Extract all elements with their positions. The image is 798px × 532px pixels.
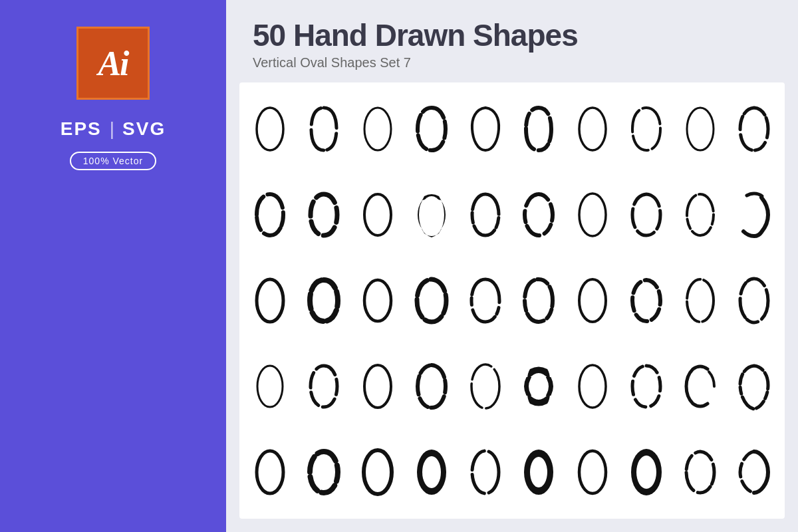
svg-point-17 — [364, 450, 392, 494]
list-item — [354, 89, 402, 170]
svg-point-5 — [420, 196, 444, 233]
list-item — [515, 260, 563, 340]
svg-point-23 — [579, 451, 606, 493]
divider: | — [110, 118, 114, 140]
list-item — [730, 174, 778, 255]
list-item — [622, 432, 671, 512]
list-item — [569, 346, 617, 426]
svg-point-22 — [530, 457, 547, 487]
svg-point-2 — [579, 108, 606, 150]
list-item — [246, 432, 295, 512]
svg-point-6 — [579, 194, 606, 236]
list-item — [676, 260, 724, 340]
list-item — [354, 174, 402, 255]
svg-point-13 — [364, 365, 391, 408]
content-area: 50 Hand Drawn Shapes Vertical Oval Shape… — [226, 0, 798, 532]
svg-point-25 — [636, 456, 656, 489]
list-item — [407, 174, 456, 255]
svg-point-8 — [364, 280, 391, 321]
list-item — [622, 174, 671, 255]
svg-point-15 — [579, 365, 606, 408]
list-item — [569, 89, 617, 170]
list-item — [300, 89, 348, 170]
list-item — [461, 89, 509, 170]
list-item — [300, 346, 348, 426]
list-item — [354, 346, 402, 426]
list-item — [354, 432, 402, 512]
shapes-grid — [246, 89, 778, 512]
svg-point-12 — [257, 366, 283, 407]
svg-point-11 — [740, 279, 768, 323]
list-item — [730, 89, 778, 170]
list-item — [407, 89, 456, 170]
svg-point-10 — [687, 279, 714, 322]
list-item — [676, 432, 724, 512]
list-item — [730, 346, 778, 426]
list-item — [569, 260, 617, 340]
list-item — [676, 174, 724, 255]
list-item — [246, 260, 295, 340]
svg-point-14 — [471, 364, 499, 408]
list-item — [515, 432, 563, 512]
list-item — [515, 89, 563, 170]
main-title: 50 Hand Drawn Shapes — [253, 19, 771, 53]
shapes-area — [239, 82, 785, 519]
svg-point-4 — [364, 194, 391, 235]
vector-badge: 100% Vector — [70, 152, 156, 170]
subtitle: Vertical Oval Shapes Set 7 — [253, 55, 771, 70]
svg-point-3 — [687, 108, 714, 150]
list-item — [461, 174, 509, 255]
list-item — [515, 346, 563, 426]
list-item — [246, 89, 295, 170]
header: 50 Hand Drawn Shapes Vertical Oval Shape… — [226, 0, 798, 82]
svg-label: SVG — [122, 118, 166, 140]
svg-point-16 — [257, 451, 283, 493]
svg-point-20 — [472, 451, 499, 493]
list-item — [622, 346, 671, 426]
list-item — [246, 174, 295, 255]
list-item — [515, 174, 563, 255]
list-item — [300, 260, 348, 340]
svg-point-1 — [364, 108, 391, 150]
list-item — [461, 260, 509, 340]
list-item — [300, 174, 348, 255]
list-item — [622, 89, 671, 170]
list-item — [407, 432, 456, 512]
list-item — [407, 346, 456, 426]
list-item — [569, 174, 617, 255]
list-item — [407, 260, 456, 340]
sidebar: Ai EPS | SVG 100% Vector — [0, 0, 226, 532]
svg-point-19 — [422, 456, 441, 488]
list-item — [461, 346, 509, 426]
list-item — [461, 432, 509, 512]
list-item — [569, 432, 617, 512]
list-item — [300, 432, 348, 512]
eps-label: EPS — [61, 118, 102, 140]
list-item — [246, 346, 295, 426]
list-item — [676, 89, 724, 170]
ai-logo-box: Ai — [76, 27, 150, 100]
list-item — [676, 346, 724, 426]
svg-point-9 — [579, 279, 606, 322]
ai-logo-text: Ai — [98, 44, 128, 83]
svg-point-7 — [257, 279, 283, 322]
svg-point-0 — [257, 108, 283, 150]
list-item — [354, 260, 402, 340]
list-item — [730, 432, 778, 512]
list-item — [622, 260, 671, 340]
format-row: EPS | SVG — [61, 118, 166, 140]
list-item — [730, 260, 778, 340]
